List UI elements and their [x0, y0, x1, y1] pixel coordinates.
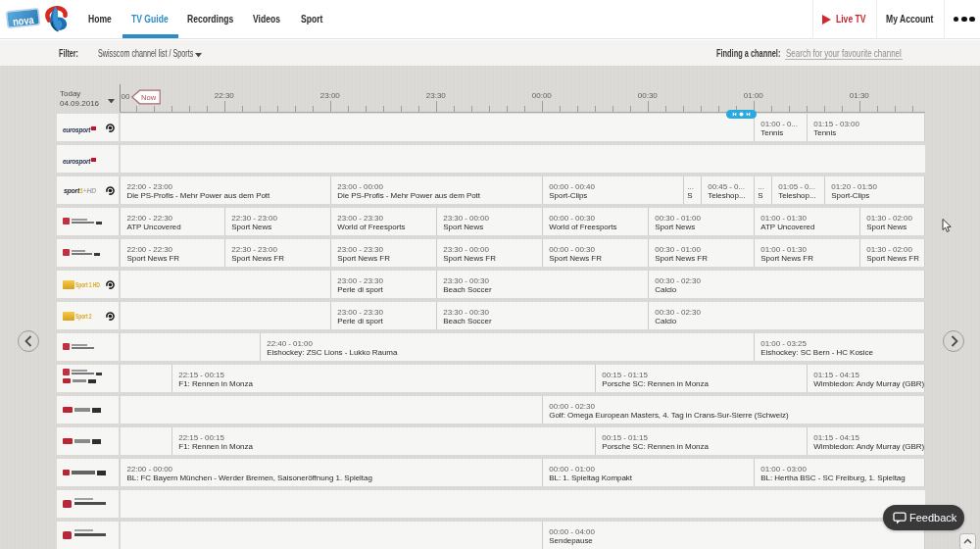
svg-text:Now: Now — [141, 93, 157, 102]
